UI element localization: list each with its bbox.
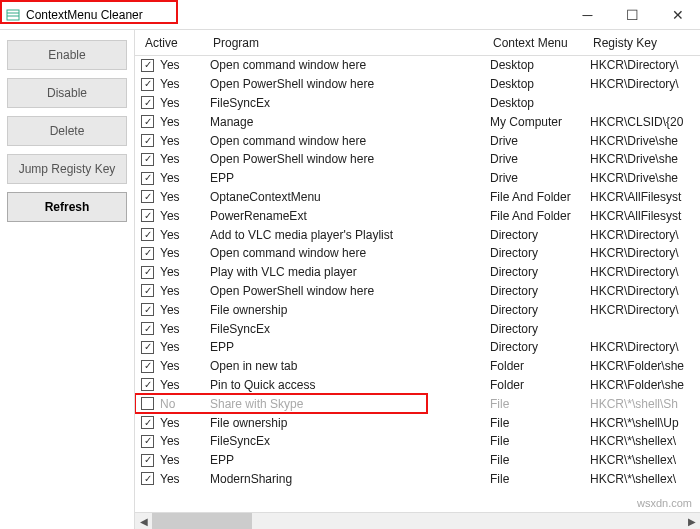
- row-checkbox[interactable]: [141, 303, 154, 316]
- table-row[interactable]: Yes FileSyncExDesktop: [135, 94, 700, 113]
- maximize-button[interactable]: ☐: [610, 0, 655, 29]
- row-checkbox[interactable]: [141, 284, 154, 297]
- row-checkbox[interactable]: [141, 247, 154, 260]
- row-checkbox[interactable]: [141, 416, 154, 429]
- scroll-thumb[interactable]: [152, 513, 252, 529]
- row-checkbox[interactable]: [141, 228, 154, 241]
- table-row[interactable]: YesPowerRenameExtFile And FolderHKCR\All…: [135, 206, 700, 225]
- cell-context: Desktop: [490, 58, 590, 72]
- cell-registry: HKCR\Drive\she: [590, 171, 700, 185]
- row-checkbox[interactable]: [141, 322, 154, 335]
- cell-context: My Computer: [490, 115, 590, 129]
- table-row[interactable]: YesOpen command window hereDesktopHKCR\D…: [135, 56, 700, 75]
- cell-active: No: [160, 397, 210, 411]
- table-row[interactable]: YesPin to Quick accessFolderHKCR\Folder\…: [135, 376, 700, 395]
- close-button[interactable]: ✕: [655, 0, 700, 29]
- table-row[interactable]: YesOpen command window hereDirectoryHKCR…: [135, 244, 700, 263]
- table-row[interactable]: YesOpen PowerShell window hereDesktopHKC…: [135, 75, 700, 94]
- row-checkbox[interactable]: [141, 190, 154, 203]
- table-row[interactable]: YesEPPFileHKCR\*\shellex\: [135, 451, 700, 470]
- row-checkbox[interactable]: [141, 153, 154, 166]
- row-checkbox[interactable]: [141, 397, 154, 410]
- cell-context: File And Folder: [490, 209, 590, 223]
- cell-program: File ownership: [210, 303, 490, 317]
- row-checkbox[interactable]: [141, 115, 154, 128]
- cell-program: Open in new tab: [210, 359, 490, 373]
- cell-registry: HKCR\AllFilesyst: [590, 209, 700, 223]
- column-header-active[interactable]: Active: [135, 36, 213, 50]
- scroll-left-arrow-icon[interactable]: ◀: [135, 513, 152, 530]
- disable-button[interactable]: Disable: [7, 78, 127, 108]
- minimize-button[interactable]: ─: [565, 0, 610, 29]
- table-row[interactable]: YesPlay with VLC media playerDirectoryHK…: [135, 263, 700, 282]
- cell-context: Directory: [490, 340, 590, 354]
- row-checkbox[interactable]: [141, 341, 154, 354]
- cell-registry: HKCR\Drive\she: [590, 134, 700, 148]
- cell-active: Yes: [160, 77, 210, 91]
- row-checkbox[interactable]: [141, 172, 154, 185]
- cell-program: EPP: [210, 453, 490, 467]
- row-checkbox[interactable]: [141, 134, 154, 147]
- cell-registry: HKCR\Directory\: [590, 284, 700, 298]
- row-checkbox[interactable]: [141, 78, 154, 91]
- table-row[interactable]: Yes FileSyncExFileHKCR\*\shellex\: [135, 432, 700, 451]
- cell-registry: HKCR\*\shellex\: [590, 434, 700, 448]
- window-controls: ─ ☐ ✕: [565, 0, 700, 29]
- column-header-registry[interactable]: Registy Key: [593, 36, 700, 50]
- cell-active: Yes: [160, 416, 210, 430]
- table-row[interactable]: YesEPPDriveHKCR\Drive\she: [135, 169, 700, 188]
- delete-button[interactable]: Delete: [7, 116, 127, 146]
- table-row[interactable]: NoShare with SkypeFileHKCR\*\shell\Sh: [135, 394, 700, 413]
- enable-button[interactable]: Enable: [7, 40, 127, 70]
- table-row[interactable]: Yes FileSyncExDirectory: [135, 319, 700, 338]
- cell-active: Yes: [160, 453, 210, 467]
- row-checkbox[interactable]: [141, 360, 154, 373]
- column-header-program[interactable]: Program: [213, 36, 493, 50]
- row-checkbox[interactable]: [141, 96, 154, 109]
- table-row[interactable]: YesModernSharingFileHKCR\*\shellex\: [135, 470, 700, 489]
- cell-active: Yes: [160, 359, 210, 373]
- cell-active: Yes: [160, 58, 210, 72]
- column-header-context[interactable]: Context Menu: [493, 36, 593, 50]
- table-row[interactable]: YesEPPDirectoryHKCR\Directory\: [135, 338, 700, 357]
- cell-registry: HKCR\Folder\she: [590, 378, 700, 392]
- row-checkbox[interactable]: [141, 472, 154, 485]
- cell-active: Yes: [160, 284, 210, 298]
- app-icon: [6, 8, 20, 22]
- scroll-right-arrow-icon[interactable]: ▶: [683, 513, 700, 530]
- sidebar: Enable Disable Delete Jump Registy Key R…: [0, 30, 135, 529]
- refresh-button[interactable]: Refresh: [7, 192, 127, 222]
- cell-active: Yes: [160, 152, 210, 166]
- cell-registry: HKCR\*\shell\Up: [590, 416, 700, 430]
- cell-context: Drive: [490, 171, 590, 185]
- row-checkbox[interactable]: [141, 435, 154, 448]
- table-row[interactable]: YesManageMy ComputerHKCR\CLSID\{20: [135, 112, 700, 131]
- table-row[interactable]: YesOpen in new tabFolderHKCR\Folder\she: [135, 357, 700, 376]
- cell-registry: HKCR\*\shell\Sh: [590, 397, 700, 411]
- row-checkbox[interactable]: [141, 454, 154, 467]
- cell-active: Yes: [160, 322, 210, 336]
- titlebar-left: ContextMenu Cleaner: [0, 0, 565, 29]
- cell-registry: HKCR\Directory\: [590, 58, 700, 72]
- cell-program: File ownership: [210, 416, 490, 430]
- table-row[interactable]: YesOpen command window hereDriveHKCR\Dri…: [135, 131, 700, 150]
- table-row[interactable]: YesFile ownershipDirectoryHKCR\Directory…: [135, 300, 700, 319]
- horizontal-scrollbar[interactable]: ◀ ▶: [135, 512, 700, 529]
- row-checkbox[interactable]: [141, 266, 154, 279]
- cell-context: Directory: [490, 246, 590, 260]
- row-checkbox[interactable]: [141, 378, 154, 391]
- row-checkbox[interactable]: [141, 209, 154, 222]
- table-row[interactable]: YesOpen PowerShell window hereDirectoryH…: [135, 282, 700, 301]
- scroll-track[interactable]: [152, 513, 683, 529]
- row-checkbox[interactable]: [141, 59, 154, 72]
- cell-active: Yes: [160, 340, 210, 354]
- cell-program: Open PowerShell window here: [210, 284, 490, 298]
- table-row[interactable]: YesOpen PowerShell window hereDriveHKCR\…: [135, 150, 700, 169]
- table-row[interactable]: YesFile ownershipFileHKCR\*\shell\Up: [135, 413, 700, 432]
- cell-active: Yes: [160, 265, 210, 279]
- jump-registry-button[interactable]: Jump Registy Key: [7, 154, 127, 184]
- table-row[interactable]: YesAdd to VLC media player's PlaylistDir…: [135, 225, 700, 244]
- table-row[interactable]: YesOptaneContextMenuFile And FolderHKCR\…: [135, 188, 700, 207]
- cell-active: Yes: [160, 228, 210, 242]
- cell-active: Yes: [160, 209, 210, 223]
